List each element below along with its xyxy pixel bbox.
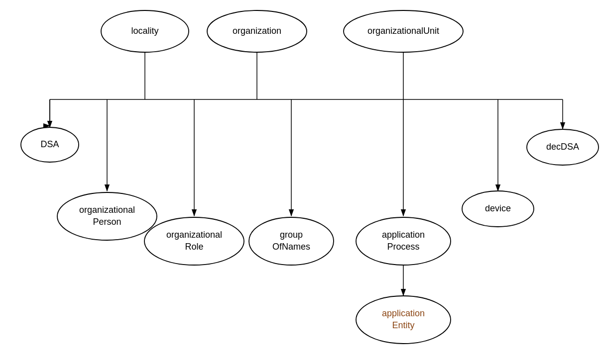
appentity-label2: Entity	[392, 320, 414, 330]
appentity-label1: application	[382, 308, 425, 318]
dsa-label: DSA	[40, 139, 59, 149]
decdsa-label: decDSA	[546, 142, 579, 152]
organization-label: organization	[233, 26, 281, 36]
groupofnames-label1: group	[280, 230, 303, 240]
orgrole-label2: Role	[185, 242, 203, 252]
groupofnames-label2: OfNames	[272, 242, 310, 252]
orgperson-label2: Person	[93, 217, 121, 227]
device-label: device	[485, 203, 511, 213]
appprocess-label2: Process	[387, 242, 419, 252]
appprocess-label1: application	[382, 230, 425, 240]
orgperson-label1: organizational	[79, 205, 135, 215]
locality-label: locality	[131, 26, 158, 36]
orgunit-label: organizationalUnit	[367, 26, 439, 36]
orgrole-label1: organizational	[166, 230, 222, 240]
